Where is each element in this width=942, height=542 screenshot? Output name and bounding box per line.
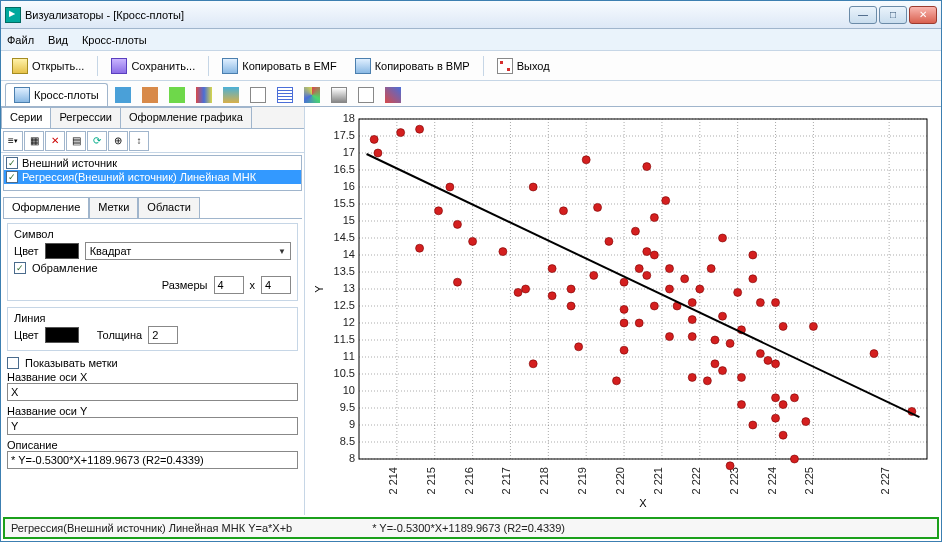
- subtab-series[interactable]: Серии: [1, 107, 51, 128]
- svg-point-149: [870, 350, 878, 358]
- menu-view[interactable]: Вид: [48, 34, 68, 46]
- svg-point-76: [453, 220, 461, 228]
- svg-point-103: [643, 248, 651, 256]
- svg-point-141: [772, 414, 780, 422]
- main-toolbar: Открыть... Сохранить... Копировать в EMF…: [1, 51, 941, 81]
- target-button[interactable]: ⊕: [108, 131, 128, 151]
- svg-text:2 227: 2 227: [879, 467, 891, 495]
- size-width-spinner[interactable]: 4: [214, 276, 244, 294]
- exit-button[interactable]: Выход: [490, 55, 557, 77]
- subtab-format[interactable]: Оформление графика: [120, 107, 252, 128]
- svg-point-80: [514, 288, 522, 296]
- yaxis-name-input[interactable]: Y: [7, 417, 298, 435]
- checkbox-icon[interactable]: ✓: [6, 171, 18, 183]
- save-button[interactable]: Сохранить...: [104, 55, 202, 77]
- menu-crossplots[interactable]: Кросс-плоты: [82, 34, 147, 46]
- showlabels-checkbox[interactable]: ✓: [7, 357, 19, 369]
- copy-emf-button[interactable]: Копировать в EMF: [215, 55, 343, 77]
- svg-point-92: [594, 203, 602, 211]
- innertab-areas[interactable]: Области: [138, 197, 200, 218]
- chart-area[interactable]: 88.599.51010.51111.51212.51313.51414.515…: [305, 107, 941, 515]
- ribbon-button-9[interactable]: [327, 84, 351, 106]
- delete-series-button[interactable]: ✕: [45, 131, 65, 151]
- svg-point-96: [620, 305, 628, 313]
- size-height-spinner[interactable]: 4: [261, 276, 291, 294]
- svg-point-72: [416, 125, 424, 133]
- svg-point-113: [681, 275, 689, 283]
- svg-text:2 222: 2 222: [690, 467, 702, 495]
- svg-point-84: [559, 207, 567, 215]
- svg-point-89: [575, 343, 583, 351]
- svg-text:2 214: 2 214: [387, 467, 399, 495]
- open-button[interactable]: Открыть...: [5, 55, 91, 77]
- svg-text:12: 12: [343, 316, 355, 328]
- svg-point-146: [790, 455, 798, 463]
- svg-point-108: [662, 197, 670, 205]
- close-button[interactable]: ✕: [909, 6, 937, 24]
- series-row-selected[interactable]: ✓ Регрессия(Внешний источник) Линейная М…: [4, 170, 301, 184]
- maximize-button[interactable]: □: [879, 6, 907, 24]
- tool-icon: [169, 87, 185, 103]
- svg-point-110: [666, 285, 674, 293]
- gradient-icon: [223, 87, 239, 103]
- xaxis-name-input[interactable]: X: [7, 383, 298, 401]
- edit-series-button[interactable]: ▤: [66, 131, 86, 151]
- refresh-button[interactable]: ⟳: [87, 131, 107, 151]
- series-row[interactable]: ✓ Внешний источник: [4, 156, 301, 170]
- line-color-swatch[interactable]: [45, 327, 79, 343]
- svg-point-126: [726, 339, 734, 347]
- svg-point-119: [703, 377, 711, 385]
- shape-combo[interactable]: Квадрат▼: [85, 242, 291, 260]
- svg-text:2 221: 2 221: [652, 467, 664, 495]
- ribbon-button-8[interactable]: [300, 84, 324, 106]
- svg-point-121: [711, 336, 719, 344]
- separator: [208, 56, 209, 76]
- svg-point-93: [605, 237, 613, 245]
- svg-point-120: [707, 265, 715, 273]
- checkbox-icon[interactable]: ✓: [6, 157, 18, 169]
- minimize-button[interactable]: —: [849, 6, 877, 24]
- symbol-color-swatch[interactable]: [45, 243, 79, 259]
- chevron-down-icon: ▼: [278, 247, 286, 256]
- ribbon-button-5[interactable]: [219, 84, 243, 106]
- tool-icon: [331, 87, 347, 103]
- ribbon-button-4[interactable]: [192, 84, 216, 106]
- ribbon-button-6[interactable]: [246, 84, 270, 106]
- svg-point-100: [635, 265, 643, 273]
- svg-text:2 216: 2 216: [463, 467, 475, 495]
- move-up-button[interactable]: ↕: [129, 131, 149, 151]
- ribbon-button-11[interactable]: [381, 84, 405, 106]
- add-series-button[interactable]: ▦: [24, 131, 44, 151]
- window-title: Визуализаторы - [Кросс-плоты]: [25, 9, 849, 21]
- palette-icon: [196, 87, 212, 103]
- svg-point-107: [650, 302, 658, 310]
- chart-icon: [14, 87, 30, 103]
- ribbon-button-2[interactable]: [138, 84, 162, 106]
- menu-file[interactable]: Файл: [7, 34, 34, 46]
- svg-point-136: [756, 350, 764, 358]
- thickness-label: Толщина: [97, 329, 143, 341]
- list-menu-button[interactable]: ≡▾: [3, 131, 23, 151]
- svg-point-130: [737, 373, 745, 381]
- ribbon-button-1[interactable]: [111, 84, 135, 106]
- border-checkbox[interactable]: ✓: [14, 262, 26, 274]
- svg-text:2 220: 2 220: [614, 467, 626, 495]
- subtab-regressions[interactable]: Регрессии: [50, 107, 121, 128]
- exit-icon: [497, 58, 513, 74]
- tab-crossplots[interactable]: Кросс-плоты: [5, 83, 108, 106]
- innertab-labels[interactable]: Метки: [89, 197, 138, 218]
- svg-point-69: [370, 135, 378, 143]
- thickness-spinner[interactable]: 2: [148, 326, 178, 344]
- svg-text:17: 17: [343, 146, 355, 158]
- description-input[interactable]: * Y=-0.5300*X+1189.9673 (R2=0.4339): [7, 451, 298, 469]
- svg-point-102: [643, 163, 651, 171]
- svg-point-133: [749, 275, 757, 283]
- series-list[interactable]: ✓ Внешний источник ✓ Регрессия(Внешний и…: [3, 155, 302, 191]
- ribbon-button-7[interactable]: [273, 84, 297, 106]
- ribbon-button-10[interactable]: [354, 84, 378, 106]
- svg-point-115: [688, 316, 696, 324]
- svg-point-88: [567, 302, 575, 310]
- innertab-format[interactable]: Оформление: [3, 197, 89, 218]
- copy-bmp-button[interactable]: Копировать в BMP: [348, 55, 477, 77]
- ribbon-button-3[interactable]: [165, 84, 189, 106]
